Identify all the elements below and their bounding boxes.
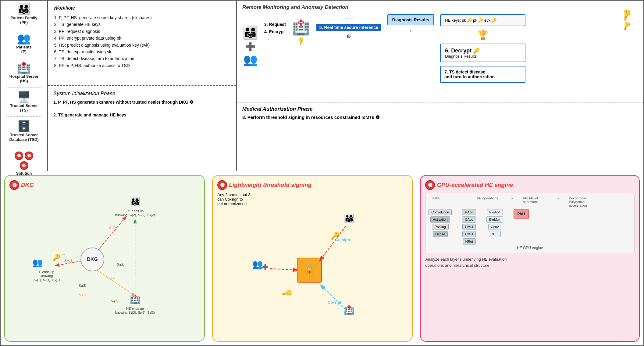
workflow-step-2: TS: generate HE keys xyxy=(59,21,231,28)
ts-detect-text: 7. TS detect diseaseand turn to authoriz… xyxy=(444,70,495,79)
p-to-lock-thresh xyxy=(270,269,297,270)
step-4-label: 4. Encrypt xyxy=(264,29,286,34)
gpu-col-arrow1 xyxy=(464,196,468,207)
rm-keys-top: 🔑 🔑 xyxy=(621,10,632,30)
sidebar-item-trusted-server: 🖥️ Trusted Server(TS) xyxy=(10,91,38,112)
arrow-right-1: → xyxy=(264,37,286,43)
sidebar-item-patient-family: 👨‍👩‍👧 Patient Family(PF) xyxy=(10,4,37,25)
gpu-arrow-3: → xyxy=(506,224,511,229)
decrypt-box: 6. Decrypt 🔑 Diagnosis Results xyxy=(440,44,525,62)
workflow-step-4: PF: encrypt private data using pk xyxy=(59,35,231,41)
pf-label-dkg: PF ends up xyxy=(126,209,144,213)
sys-init-step-1: 1. P, PF, HS generate skshares without t… xyxy=(53,100,231,105)
medical-auth-text: 8. Perform threshold signing in resource… xyxy=(242,115,638,120)
divider-5 xyxy=(6,146,41,146)
dkg-to-hs-arrow xyxy=(97,270,135,296)
ts-icon-rm: 🏆 xyxy=(478,30,488,40)
s1-2-label: S₁(2) xyxy=(109,226,117,230)
circle-3: ❸ xyxy=(347,34,351,39)
workflow-step-7: TS: detect disease, turn to authorizatio… xyxy=(59,55,231,62)
gpu-tasks-column: Convolution Activation Pooling Dense xyxy=(429,209,452,237)
pf-thresh-icon: 👨‍👩‍👧 xyxy=(344,213,354,223)
workflow-box: Workflow P, PF, HS: generate secret key … xyxy=(48,1,236,86)
p-desc-dkg: knowing xyxy=(41,274,53,278)
dkg-to-pf-arrow xyxy=(98,217,126,250)
hospital-label: Hospital Server(HS) xyxy=(9,74,38,83)
tsd-icon: 🗄️ xyxy=(17,121,31,132)
remote-monitoring-title: Remote Monitoring and Anomaly Detection xyxy=(242,4,638,10)
gpu-op-cadd: CAdd xyxy=(462,216,476,223)
p-shares-dkg: S₁(1), S₂(1), S₃(1) xyxy=(34,278,60,282)
solution-circle-1: ❶ xyxy=(15,152,23,160)
gpu-footer-text: Analyze each layer's underlying HE evalu… xyxy=(425,256,635,268)
pf-icon-dkg: 👨‍👩‍👧 xyxy=(130,197,141,207)
remote-monitoring: Remote Monitoring and Anomaly Detection … xyxy=(237,1,643,102)
s3-1-label: S₃(1) xyxy=(79,293,86,297)
medical-auth-title: Medical Authorization Phase xyxy=(242,106,638,112)
rm-diagram-area: 🔑 🔑 👨‍👩‍👧 ➕ 👥 3. Request 4. Encrypt → xyxy=(242,13,638,98)
inference-label: 5. Real time secure inference xyxy=(316,24,381,31)
gpu-task-convolution: Convolution xyxy=(429,209,452,215)
sidebar-item-tsd: 🗄️ Trusted ServerDatabase (TSD) xyxy=(9,121,38,142)
gpu-col-rns: RNS-leveloperations xyxy=(523,196,547,207)
divider-1 xyxy=(6,29,41,29)
gpu-diagram-inner: Convolution Activation Pooling Dense → H… xyxy=(429,209,631,244)
patient-family-label: Patient Family(PF) xyxy=(10,16,37,25)
arrow-right-dkg: → xyxy=(60,251,66,258)
he-keys-box: HE keys: sk 🔑 pk 🔑 evk 🔑 xyxy=(440,14,525,26)
gpu-col-headers: Tasks HE operations → RNS-leveloperation… xyxy=(429,196,631,207)
gpu-pau-box: PAU xyxy=(514,209,529,219)
gpu-task-pooling: Pooling xyxy=(432,224,449,230)
gpu-col-poly: DecomposePolynomialacceleration xyxy=(569,196,587,207)
gpu-col-arrow2: → xyxy=(510,196,514,207)
s1-3-label: S₁(3) xyxy=(79,284,86,287)
s3-2-label: S₃(2) xyxy=(117,262,124,266)
hospital-icon: 🏥 xyxy=(17,62,31,73)
main-container: 👨‍👩‍👧 Patient Family(PF) 👥 Patients(P) 🏥… xyxy=(0,0,644,346)
divider-2 xyxy=(6,58,41,58)
s3-1-hs-label: S₃(1) xyxy=(111,299,118,303)
diagnosis-results-box: Diagnosis Results xyxy=(387,14,434,25)
top-half: 👨‍👩‍👧 Patient Family(PF) 👥 Patients(P) 🏥… xyxy=(1,1,643,171)
hs-to-lock-thresh xyxy=(321,285,346,310)
he-keys-text: HE keys: sk 🔑 pk 🔑 evk 🔑 xyxy=(445,18,496,23)
gpu-col-arrow3: → xyxy=(556,196,560,207)
dkg-section: ❶ DKG DKG 👨‍👩‍👧 PF ends up knowing S₁(2)… xyxy=(4,175,205,342)
key-icon-large: 🔑 xyxy=(619,8,634,22)
gpu-op-cmul: CMul xyxy=(462,231,476,237)
patients-icon: 👥 xyxy=(17,33,31,44)
p-thresh-icon: 👥 xyxy=(252,259,263,269)
gpu-he-ops-column: HAdd CAdd HMul CMul HRot xyxy=(462,209,476,244)
gpu-op-hadd: HAdd xyxy=(462,209,476,215)
solution-circle-2: ❷ xyxy=(25,152,33,160)
decrypt-sub: Diagnosis Results xyxy=(445,54,521,59)
gpu-diagram-area: Tasks HE operations → RNS-leveloperation… xyxy=(425,193,635,253)
sys-init-step-2: 2. TS generate and manage HE keys xyxy=(53,112,231,117)
hs-thresh-icon: 🏥 xyxy=(344,305,354,315)
right-top: Remote Monitoring and Anomaly Detection … xyxy=(237,1,643,171)
s2-1-label: S₂(1) xyxy=(64,259,72,262)
dkg-title-text: DKG xyxy=(21,182,34,188)
workflow-title: Workflow xyxy=(53,5,231,11)
sys-init-step-1-text: 1. P, PF, HS generate skshares without t… xyxy=(53,100,194,105)
gpu-rns-ntt: NTT xyxy=(489,231,501,237)
workflow-step-3: PF: request diagnosis xyxy=(59,28,231,35)
solution-circles-2: ❸ xyxy=(20,161,28,170)
hs-shares-dkg: knowing S₁(3), S₂(3), S₃(3) xyxy=(115,311,155,314)
threshold-title-area: ❷ Lightweight threshold signing xyxy=(217,180,407,190)
threshold-section: ❷ Lightweight threshold signing Any 2 pa… xyxy=(212,175,413,342)
pf-desc-dkg: knowing S₁(2), S₂(2), S₃(2) xyxy=(115,213,155,217)
cosign-top-thresh: Co-sign xyxy=(335,237,350,242)
diagnosis-results-text: Diagnosis Results xyxy=(392,17,429,22)
sys-init-title: System Initialization Phase xyxy=(53,91,231,97)
sidebar-item-patients: 👥 Patients(P) xyxy=(16,33,32,54)
diagnosis-area: Diagnosis Results ↓ xyxy=(387,14,434,33)
step-labels-area: 3. Request 4. Encrypt → xyxy=(264,22,286,43)
workflow-step-6: TS: decrypt results using sk xyxy=(59,48,231,55)
key-left-dkg: 🔑 xyxy=(53,254,60,261)
gpu-rns-conv: Conv xyxy=(488,224,502,230)
s2-3-label: S₂(3) xyxy=(108,276,115,280)
step-3-label: 3. Request xyxy=(264,22,286,27)
cosign-bottom-thresh: Co-sign xyxy=(328,300,342,305)
threshold-svg: 👨‍👩‍👧 👥 ➕ 🏥 🔒 🔑 🔑 Co-sign xyxy=(217,209,407,331)
